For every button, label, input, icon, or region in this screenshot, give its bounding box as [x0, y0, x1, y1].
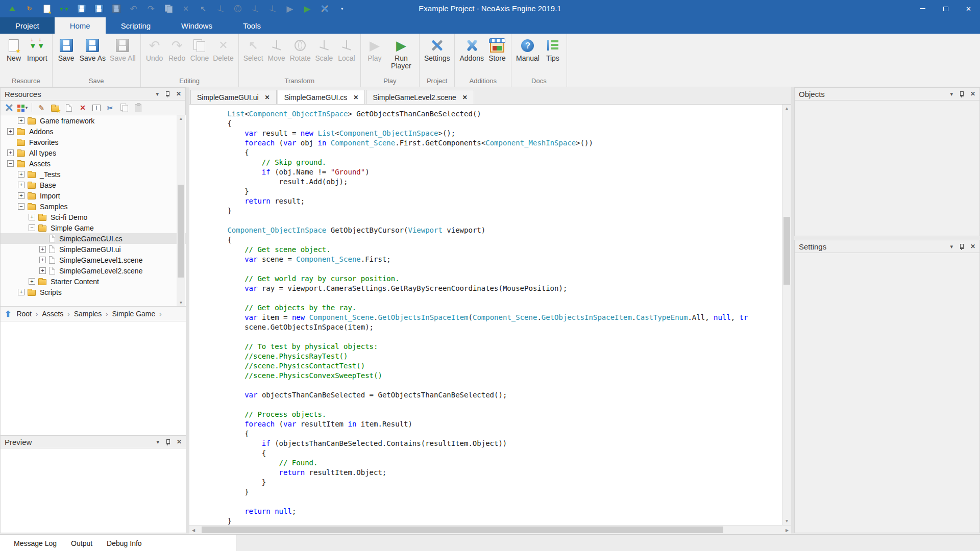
close-button[interactable]: ✕ — [957, 0, 980, 17]
new-resource-icon[interactable] — [63, 102, 75, 114]
bottom-tab-debug-info[interactable]: Debug Info — [107, 539, 142, 547]
tips-button[interactable]: Tips — [542, 34, 564, 77]
expand-icon[interactable]: + — [39, 246, 46, 253]
move-icon[interactable] — [212, 2, 229, 16]
expand-icon[interactable]: + — [7, 149, 14, 156]
scroll-left-icon[interactable]: ◀ — [190, 528, 197, 533]
tree-item-simplegamegui-ui[interactable]: +SimpleGameGUI.ui — [1, 244, 186, 255]
save-button[interactable]: Save — [55, 34, 78, 77]
tree-item-samples[interactable]: −Samples — [1, 201, 186, 212]
new-document-icon[interactable] — [39, 2, 55, 16]
close-icon[interactable]: ✕ — [177, 438, 182, 445]
close-icon[interactable]: ✕ — [265, 94, 270, 101]
expand-icon[interactable]: + — [18, 182, 24, 188]
clone-button[interactable]: Clone — [188, 34, 211, 77]
rotate-button[interactable]: Rotate — [288, 34, 313, 77]
expand-icon[interactable]: + — [7, 128, 14, 135]
scroll-right-icon[interactable]: ▶ — [784, 528, 790, 533]
collapse-icon[interactable]: − — [7, 160, 14, 167]
edit-icon[interactable]: ✎ — [35, 102, 47, 114]
bottom-tab-message-log[interactable]: Message Log — [14, 539, 57, 547]
tree-item-simplegamelevel2-scene[interactable]: +SimpleGameLevel2.scene — [1, 265, 186, 276]
pin-icon[interactable] — [959, 91, 964, 97]
editor-horizontal-scrollbar[interactable]: ◀ ▶ — [189, 525, 791, 534]
tree-item--tests[interactable]: +_Tests — [1, 169, 186, 180]
save-as-button[interactable]: Save As — [78, 34, 108, 77]
expand-icon[interactable]: + — [39, 257, 46, 263]
delete-icon[interactable]: ✕ — [77, 102, 89, 114]
options-icon[interactable] — [3, 102, 15, 114]
paste-icon[interactable] — [132, 102, 144, 114]
redo-button[interactable]: ↷Redo — [166, 34, 188, 77]
undo-button[interactable]: ↶Undo — [143, 34, 166, 77]
undo-icon[interactable]: ↶ — [126, 2, 142, 16]
select-button[interactable]: ↖Select — [241, 34, 265, 77]
close-icon[interactable]: ✕ — [462, 94, 468, 101]
doc-tab-simplegamegui-ui[interactable]: SimpleGameGUI.ui✕ — [190, 90, 277, 104]
editor-hscrollbar-thumb[interactable] — [202, 527, 723, 533]
manual-button[interactable]: Manual — [514, 34, 542, 77]
doc-tab-simplegamegui-cs[interactable]: SimpleGameGUI.cs✕ — [278, 90, 365, 104]
menu-tab-scripting[interactable]: Scripting — [106, 17, 166, 34]
expand-icon[interactable]: + — [18, 171, 24, 178]
close-icon[interactable]: ✕ — [176, 90, 181, 97]
play-icon[interactable]: ▶ — [282, 2, 298, 16]
save-as-icon[interactable] — [91, 2, 107, 16]
rename-icon[interactable]: I — [90, 102, 103, 114]
pin-icon[interactable] — [959, 243, 964, 250]
tree-item-game-framework[interactable]: +Game framework — [1, 115, 186, 126]
display-options-icon[interactable]: ▾ — [16, 102, 29, 114]
local-button[interactable]: Local — [335, 34, 358, 77]
tree-item-sci-fi-demo[interactable]: +Sci-fi Demo — [1, 212, 186, 222]
editor-vertical-scrollbar[interactable]: ▲ ▼ — [782, 105, 791, 525]
tree-item-import[interactable]: +Import — [1, 190, 186, 201]
import-icon[interactable]: ▼▼ — [56, 2, 72, 16]
copy-icon[interactable] — [118, 102, 130, 114]
scroll-down-icon[interactable]: ▼ — [782, 519, 791, 523]
chevron-down-icon[interactable]: ▾ — [950, 91, 953, 97]
tree-item-starter-content[interactable]: +Starter Content — [1, 276, 186, 287]
sync-icon[interactable]: ↻ — [21, 2, 38, 16]
cut-icon[interactable]: ✂ — [104, 102, 116, 114]
delete-button[interactable]: ✕Delete — [211, 34, 235, 77]
code-editor[interactable]: List<Component_ObjectInSpace> GetObjects… — [189, 105, 782, 525]
pin-icon[interactable] — [165, 439, 170, 445]
chevron-down-icon[interactable]: ▾ — [156, 439, 159, 445]
move-button[interactable]: Move — [265, 34, 288, 77]
menu-tab-tools[interactable]: Tools — [228, 17, 276, 34]
pin-icon[interactable] — [165, 91, 170, 97]
menu-tab-windows[interactable]: Windows — [166, 17, 228, 34]
editor-vscrollbar-thumb[interactable] — [783, 217, 790, 285]
scroll-up-icon[interactable]: ▲ — [782, 106, 791, 111]
tree-item-all-types[interactable]: +All types — [1, 147, 186, 158]
save-all-icon[interactable] — [108, 2, 125, 16]
expand-icon[interactable]: + — [18, 117, 24, 124]
settings-button[interactable]: Settings — [422, 34, 452, 77]
collapse-icon[interactable]: − — [29, 224, 35, 231]
local-icon[interactable] — [264, 2, 281, 16]
tree-scrollbar[interactable]: ▲ ▼ — [177, 115, 185, 306]
tree-item-simplegamelevel1-scene[interactable]: +SimpleGameLevel1.scene — [1, 255, 186, 265]
clone-icon[interactable] — [160, 2, 177, 16]
new-button[interactable]: New — [3, 34, 25, 77]
expand-icon[interactable]: + — [18, 289, 24, 295]
tree-item-addons[interactable]: +Addons — [1, 126, 186, 137]
close-icon[interactable]: ✕ — [970, 90, 975, 97]
up-level-icon[interactable]: ⬆ — [5, 309, 11, 319]
store-button[interactable]: Store — [486, 34, 508, 77]
import-button[interactable]: ▼▼Import — [25, 34, 50, 77]
tree-item-simplegamegui-cs[interactable]: SimpleGameGUI.cs — [1, 233, 186, 244]
tree-scrollbar-thumb[interactable] — [178, 185, 184, 278]
collapse-icon[interactable]: − — [18, 203, 24, 210]
addons-button[interactable]: Addons — [457, 34, 485, 77]
settings-icon[interactable] — [316, 2, 333, 16]
save-icon[interactable] — [74, 2, 90, 16]
scale-icon[interactable] — [247, 2, 263, 16]
tree-item-simple-game[interactable]: −Simple Game — [1, 222, 186, 233]
breadcrumb-item-simple-game[interactable]: Simple Game — [112, 310, 156, 318]
close-icon[interactable]: ✕ — [353, 94, 358, 101]
play-button[interactable]: ▶Play — [363, 34, 386, 77]
doc-tab-simplegamelevel2-scene[interactable]: SimpleGameLevel2.scene✕ — [366, 90, 474, 104]
chevron-down-icon[interactable]: ▾ — [156, 91, 159, 97]
close-icon[interactable]: ✕ — [970, 243, 975, 250]
